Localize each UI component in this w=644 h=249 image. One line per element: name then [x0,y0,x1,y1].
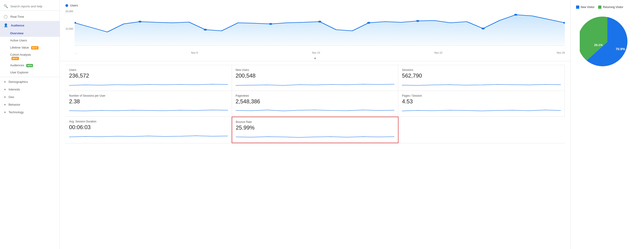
bounce-rate-label: Bounce Rate [236,120,394,124]
svg-point-8 [514,14,517,16]
metrics-row-2: Number of Sessions per User 2.38 Pagevie… [66,91,565,117]
pages-session-mini-chart [402,107,561,113]
x-label-nov8: Nov 8 [191,51,198,54]
returning-visitor-color [598,5,602,9]
metric-card-avg-session-duration: Avg. Session Duration 00:06:03 [66,117,232,143]
pie-legend: New Visitor Returning Visitor [574,5,623,9]
sessions-per-user-label: Number of Sessions per User [69,94,228,97]
svg-point-5 [367,22,370,24]
demographics-label: Demographics [8,80,28,83]
sessions-mini-chart [402,81,561,88]
sessions-label: Sessions [402,68,561,72]
new-visitor-color [576,5,579,9]
y-label-20000: 20,000 [66,10,73,13]
svg-point-7 [482,28,484,29]
metric-card-sessions: Sessions 562,790 [398,65,565,91]
sidebar-sub-item-active-users[interactable]: Active Users [0,37,60,44]
returning-visitor-pct-label: 29.1% [594,43,603,47]
arrow-interests: ▼ [4,88,6,91]
pageviews-value: 2,548,386 [236,98,394,105]
pages-session-label: Pages / Session [402,94,561,97]
line-chart: 20,000 10,000 [66,9,565,50]
new-users-mini-chart [236,81,394,88]
sidebar-item-real-time[interactable]: ◯ Real-Time [0,12,60,21]
content-wrapper: Users 20,000 10,000 [60,0,644,249]
overview-label: Overview [10,31,24,35]
sidebar: 🔍 ◯ Real-Time 👤 Audience Overview Active… [0,0,60,249]
svg-point-2 [204,29,207,31]
sidebar-item-real-time-label: Real-Time [10,15,24,18]
sidebar-sub-item-cohort-analysis[interactable]: Cohort Analysis BETA [0,51,60,62]
sidebar-collapse-behavior[interactable]: ▼ Behavior [0,101,60,108]
x-label-ellipsis: ... [75,51,77,54]
svg-point-6 [416,20,420,22]
sidebar-collapse-technology[interactable]: ▼ Technology [0,108,60,116]
metrics-row-1: Users 236,572 New Users 200,548 Sessions… [66,65,565,91]
metric-card-users: Users 236,572 [66,65,232,91]
search-input[interactable] [10,4,56,8]
sidebar-item-audience[interactable]: 👤 Audience [0,21,60,30]
arrow-behavior: ▼ [4,103,6,106]
users-label: Users [69,68,228,72]
x-label-nov29: Nov 29 [557,51,565,54]
interests-label: Interests [8,88,20,91]
sidebar-sub-item-overview[interactable]: Overview [0,30,60,37]
technology-label: Technology [8,110,24,114]
legend-new-visitor: New Visitor [576,5,594,9]
sidebar-sub-item-user-explorer[interactable]: User Explorer [0,69,60,76]
bounce-rate-mini-chart [236,133,394,140]
metric-card-bounce-rate: Bounce Rate 25.99% [232,117,399,143]
arrow-geo: ▼ [4,96,6,98]
sidebar-collapse-interests[interactable]: ▼ Interests [0,86,60,93]
new-badge-audiences: NEW [26,64,33,67]
sessions-value: 562,790 [402,72,561,79]
bounce-rate-value: 25.99% [236,124,394,131]
arrow-technology: ▼ [4,111,6,114]
active-users-label: Active Users [10,39,27,42]
users-value: 236,572 [69,72,228,79]
avg-session-duration-label: Avg. Session Duration [69,120,228,123]
chart-x-labels: ... Nov 8 Nov 15 Nov 22 Nov 29 [66,50,565,56]
metric-card-pages-session: Pages / Session 4.53 [398,91,565,116]
pageviews-mini-chart [236,107,394,113]
metric-card-new-users: New Users 200,548 [232,65,398,91]
right-panel: New Visitor Returning Visitor 70.9% 29.1… [570,0,644,249]
lifetime-value-label: Lifetime Value [10,46,29,49]
svg-point-4 [318,21,321,22]
legend-returning-visitor: Returning Visitor [598,5,623,9]
svg-point-1 [138,21,142,22]
pie-chart: 70.9% 29.1% [580,14,635,69]
chevron-down-icon[interactable]: ▼ [314,57,316,60]
sidebar-item-audience-label: Audience [11,24,24,27]
sidebar-collapse-geo[interactable]: ▼ Geo [0,93,60,101]
legend-dot [66,4,68,7]
sessions-per-user-mini-chart [69,107,228,113]
metrics-row-3: Avg. Session Duration 00:06:03 Bounce Ra… [66,117,565,143]
metrics-area: Users 236,572 New Users 200,548 Sessions… [60,61,570,147]
svg-point-3 [269,23,272,25]
main-scroll: Users 20,000 10,000 [60,0,570,249]
returning-visitor-label: Returning Visitor [603,5,623,9]
beta-badge-lifetime: BETA [31,46,38,49]
chart-svg [75,9,565,46]
search-icon: 🔍 [4,4,8,8]
person-icon: 👤 [4,23,8,27]
users-mini-chart [69,81,228,88]
audiences-label: Audiences [10,63,24,67]
x-label-nov22: Nov 22 [434,51,442,54]
x-label-nov15: Nov 15 [312,51,320,54]
search-box[interactable]: 🔍 [0,2,60,11]
divider-1 [0,77,60,77]
pageviews-label: Pageviews [236,94,394,97]
new-visitor-label: New Visitor [581,5,594,9]
arrow-demographics: ▼ [4,81,6,83]
avg-session-duration-value: 00:06:03 [69,124,228,130]
beta-badge-cohort: BETA [12,57,19,60]
sessions-per-user-value: 2.38 [69,98,228,105]
new-visitor-pct-label: 70.9% [616,47,625,51]
sidebar-sub-item-audiences[interactable]: Audiences NEW [0,62,60,69]
sidebar-collapse-demographics[interactable]: ▼ Demographics [0,78,60,86]
behavior-label: Behavior [8,103,20,106]
sidebar-sub-item-lifetime-value[interactable]: Lifetime Value BETA [0,44,60,51]
new-users-value: 200,548 [236,72,394,79]
